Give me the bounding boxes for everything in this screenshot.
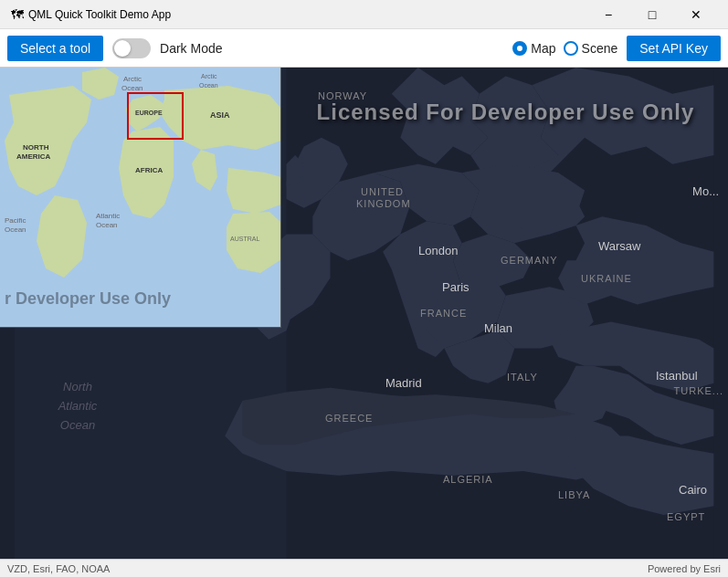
status-bar: VZD, Esri, FAO, NOAA Powered by Esri bbox=[0, 559, 728, 577]
svg-text:Ocean: Ocean bbox=[96, 221, 118, 229]
scene-radio-circle bbox=[564, 41, 578, 56]
dark-mode-toggle[interactable] bbox=[112, 38, 151, 58]
svg-text:Atlantic: Atlantic bbox=[96, 212, 120, 220]
map-scene-group: Map Scene bbox=[512, 41, 617, 56]
scene-radio[interactable]: Scene bbox=[564, 41, 618, 56]
map-radio-label: Map bbox=[531, 41, 555, 56]
dark-map-background: Licensed For Developer Use Only London P… bbox=[0, 68, 728, 559]
set-api-key-button[interactable]: Set API Key bbox=[627, 36, 721, 61]
svg-text:Pacific: Pacific bbox=[5, 216, 26, 225]
map-radio-circle bbox=[512, 41, 527, 56]
svg-text:Ocean: Ocean bbox=[121, 84, 143, 92]
svg-text:AFRICA: AFRICA bbox=[135, 166, 163, 174]
main-content: Licensed For Developer Use Only London P… bbox=[0, 68, 728, 559]
title-bar: 🗺 QML Quick Toolkit Demo App − □ ✕ bbox=[0, 0, 728, 29]
svg-text:ASIA: ASIA bbox=[210, 110, 230, 120]
status-right: Powered by Esri bbox=[648, 563, 721, 574]
maximize-button[interactable]: □ bbox=[631, 0, 673, 29]
toggle-thumb bbox=[114, 40, 131, 57]
svg-text:EUROPE: EUROPE bbox=[135, 110, 163, 116]
svg-text:AMERICA: AMERICA bbox=[16, 152, 51, 161]
app-icon: 🗺 bbox=[11, 7, 24, 22]
mini-map-watermark: r Developer Use Only bbox=[0, 289, 280, 309]
svg-text:Ocean: Ocean bbox=[199, 82, 218, 89]
select-tool-button[interactable]: Select a tool bbox=[7, 36, 103, 61]
svg-text:AUSTRAL: AUSTRAL bbox=[230, 236, 259, 242]
app-title: QML Quick Toolkit Demo App bbox=[28, 8, 587, 21]
svg-text:Arctic: Arctic bbox=[201, 73, 217, 79]
minimize-button[interactable]: − bbox=[587, 0, 629, 29]
svg-text:Ocean: Ocean bbox=[5, 226, 26, 234]
dark-mode-label: Dark Mode bbox=[160, 41, 222, 56]
map-radio[interactable]: Map bbox=[512, 41, 555, 56]
close-button[interactable]: ✕ bbox=[675, 0, 717, 29]
map-radio-dot bbox=[517, 46, 522, 51]
window-controls: − □ ✕ bbox=[587, 0, 717, 29]
toggle-track[interactable] bbox=[112, 38, 151, 58]
svg-text:Arctic: Arctic bbox=[123, 75, 142, 83]
mini-map[interactable]: Arctic Ocean Pacific Ocean Atlantic Ocea… bbox=[0, 68, 281, 328]
toolbar: Select a tool Dark Mode Map Scene Set AP… bbox=[0, 29, 728, 68]
scene-radio-label: Scene bbox=[582, 41, 618, 56]
status-left: VZD, Esri, FAO, NOAA bbox=[7, 563, 110, 574]
svg-text:NORTH: NORTH bbox=[23, 143, 49, 152]
